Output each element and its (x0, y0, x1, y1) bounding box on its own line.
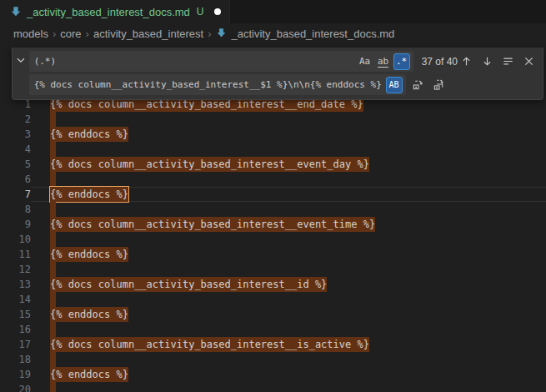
match-case-toggle[interactable]: Aa (357, 53, 373, 70)
replace-input[interactable] (34, 74, 384, 95)
whole-word-toggle[interactable]: ab (375, 53, 392, 70)
editor-line[interactable]: 18 (0, 352, 546, 367)
breadcrumb-separator: › (86, 28, 89, 40)
whole-word-label: ab (378, 56, 388, 68)
find-match-empty-highlight (50, 112, 56, 127)
breadcrumb-item[interactable]: models (13, 28, 48, 40)
vscode-window: _activity_based_interest_docs.md U model… (0, 0, 546, 392)
find-match-empty-highlight (50, 262, 56, 277)
replace-input-wrap: AB (29, 74, 406, 95)
line-content (31, 262, 546, 277)
close-icon[interactable] (520, 53, 538, 70)
find-match-highlight: {% enddocs %} (50, 247, 128, 262)
editor-line[interactable]: 15{% enddocs %} (0, 307, 546, 322)
line-content: {% enddocs %} (31, 367, 546, 382)
find-match-highlight: {% enddocs %} (50, 367, 128, 382)
breadcrumb-item-file[interactable]: _activity_based_interest_docs.md (216, 28, 395, 40)
line-number: 17 (0, 337, 31, 352)
editor-line[interactable]: 16 (0, 322, 546, 337)
tab-filename: _activity_based_interest_docs.md (27, 6, 190, 18)
find-row: Aa ab .* 37 of 40 (29, 51, 538, 72)
find-match-empty-highlight (50, 172, 56, 187)
breadcrumb-separator: › (208, 28, 211, 40)
line-number: 12 (0, 262, 31, 277)
find-match-empty-highlight (50, 142, 56, 157)
editor-line[interactable]: 17{% docs column__activity_based_interes… (0, 337, 546, 352)
markdown-file-icon (216, 28, 228, 39)
find-match-highlight: {% enddocs %} (50, 307, 128, 322)
editor-line[interactable]: 14 (0, 292, 546, 307)
editor-line[interactable]: 8 (0, 202, 546, 217)
find-match-highlight: {% docs column__activity_based_interest_… (50, 217, 375, 232)
tab-bar: _activity_based_interest_docs.md U (0, 0, 546, 23)
find-match-empty-highlight (50, 382, 56, 392)
find-replace-widget: Aa ab .* 37 of 40 (12, 48, 543, 100)
line-content: {% docs column__activity_based_interest_… (31, 157, 546, 172)
next-match-button[interactable] (478, 53, 496, 70)
editor-lines: 1{% docs column__activity_based_interest… (0, 97, 546, 392)
previous-match-button[interactable] (458, 53, 475, 70)
editor-line[interactable]: 11{% enddocs %} (0, 247, 546, 262)
line-content: {% enddocs %} (31, 127, 546, 142)
editor-line[interactable]: 2 (0, 112, 546, 127)
line-number: 15 (0, 307, 31, 322)
find-input[interactable] (34, 51, 355, 72)
line-number: 18 (0, 352, 31, 367)
line-content: {% docs column__activity_based_interest_… (31, 217, 546, 232)
line-number: 6 (0, 172, 31, 187)
editor-line[interactable]: 4 (0, 142, 546, 157)
regex-toggle[interactable]: .* (393, 53, 410, 70)
replace-all-icon[interactable] (430, 76, 448, 93)
find-match-empty-highlight (50, 352, 56, 367)
replace-icon[interactable] (409, 76, 427, 93)
line-content (31, 352, 546, 367)
editor-line[interactable]: 6 (0, 172, 546, 187)
editor-tab[interactable]: _activity_based_interest_docs.md U (0, 0, 230, 23)
editor-line[interactable]: 5{% docs column__activity_based_interest… (0, 157, 546, 172)
line-number: 14 (0, 292, 31, 307)
line-content (31, 112, 546, 127)
find-match-highlight: {% enddocs %} (50, 187, 128, 202)
editor-line[interactable]: 7{% enddocs %} (0, 187, 546, 202)
toggle-replace-chevron-down-icon[interactable] (13, 51, 29, 68)
breadcrumb-item[interactable]: core (60, 28, 81, 40)
modified-dot-icon[interactable] (214, 8, 221, 15)
line-number: 4 (0, 142, 31, 157)
line-number: 3 (0, 127, 31, 142)
breadcrumb-item[interactable]: activity_based_interest (93, 28, 203, 40)
line-content (31, 232, 546, 247)
editor-line[interactable]: 20 (0, 382, 546, 392)
line-content (31, 292, 546, 307)
find-match-highlight: {% enddocs %} (50, 127, 128, 142)
find-match-empty-highlight (50, 292, 56, 307)
line-content: {% docs column__activity_based_interest_… (31, 337, 546, 352)
editor-line[interactable]: 12 (0, 262, 546, 277)
find-input-wrap: Aa ab .* (29, 51, 413, 72)
markdown-file-icon (10, 6, 22, 18)
replace-row: AB (29, 74, 538, 95)
line-content (31, 172, 546, 187)
find-match-empty-highlight (50, 202, 56, 217)
line-number: 13 (0, 277, 31, 292)
breadcrumb: models›core›activity_based_interest›_act… (0, 23, 546, 43)
line-number: 7 (0, 187, 31, 202)
editor-line[interactable]: 3{% enddocs %} (0, 127, 546, 142)
line-content (31, 142, 546, 157)
editor-line[interactable]: 13{% docs column__activity_based_interes… (0, 277, 546, 292)
line-number: 16 (0, 322, 31, 337)
find-match-highlight: {% docs column__activity_based_interest_… (50, 157, 369, 172)
find-in-selection-icon[interactable] (499, 53, 517, 70)
editor-line[interactable]: 10 (0, 232, 546, 247)
line-content: {% enddocs %} (31, 247, 546, 262)
find-results-count: 37 of 40 (422, 56, 458, 68)
line-number: 9 (0, 217, 31, 232)
preserve-case-toggle[interactable]: AB (386, 77, 403, 93)
line-number: 10 (0, 232, 31, 247)
breadcrumb-separator: › (53, 28, 56, 40)
editor-line[interactable]: 9{% docs column__activity_based_interest… (0, 217, 546, 232)
line-content (31, 202, 546, 217)
tab-git-status-badge: U (197, 6, 204, 18)
editor-line[interactable]: 19{% enddocs %} (0, 367, 546, 382)
line-number: 20 (0, 382, 31, 392)
line-content: {% enddocs %} (31, 307, 546, 322)
